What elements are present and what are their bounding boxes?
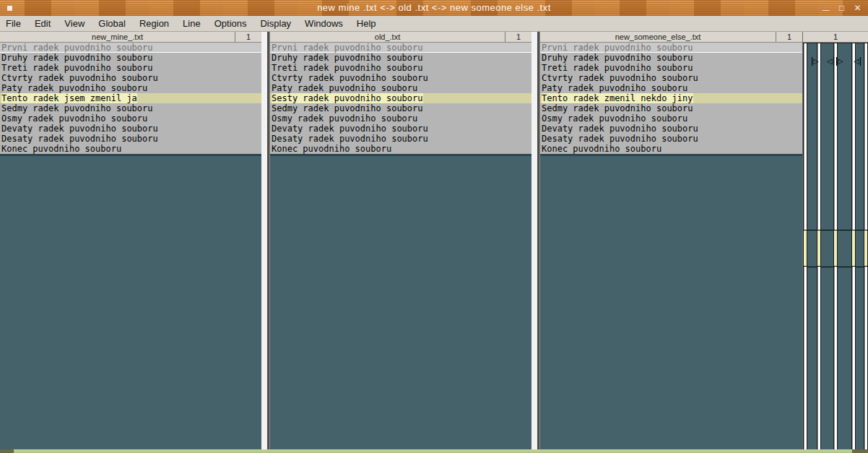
text-line[interactable]: Treti radek puvodniho souboru: [270, 63, 531, 73]
diff-number-badge: 1: [235, 32, 261, 42]
overview-file-column[interactable]: [833, 43, 838, 449]
menu-item-region[interactable]: Region: [139, 18, 169, 29]
close-button[interactable]: ✕: [853, 4, 862, 12]
menu-item-windows[interactable]: Windows: [305, 18, 343, 29]
pane-header: old_.txt 1: [270, 32, 531, 43]
menu-item-line[interactable]: Line: [183, 18, 201, 29]
text-line[interactable]: Devaty radek puvodniho souboru: [270, 124, 531, 134]
text-line[interactable]: Desaty radek puvodniho souboru: [540, 134, 802, 144]
line-text: Desaty radek puvodniho souboru: [1, 134, 158, 144]
text-line[interactable]: Sedmy radek puvodniho souboru: [0, 103, 261, 113]
overview-file-column[interactable]: [803, 43, 807, 449]
cursor-marker-left-icon: ◁: [827, 57, 834, 66]
beyond-eof-area: [270, 154, 531, 449]
text-area[interactable]: Prvni radek puvodniho souboruDruhy radek…: [540, 43, 802, 449]
text-line[interactable]: Paty radek puvodniho souboru: [540, 83, 802, 93]
minimize-button[interactable]: —: [821, 6, 830, 14]
menubar: File Edit View Global Region Line Option…: [0, 16, 868, 32]
text-area[interactable]: Prvni radek puvodniho souboruDruhy radek…: [0, 43, 261, 449]
line-text: Druhy radek puvodniho souboru: [272, 53, 423, 63]
text-line[interactable]: Ctvrty radek puvodniho souboru: [0, 73, 261, 83]
text-line[interactable]: Osmy radek puvodniho souboru: [0, 113, 261, 124]
text-line[interactable]: Desaty radek puvodniho souboru: [270, 134, 531, 144]
horizontal-scrollbar[interactable]: [0, 449, 868, 453]
text-line[interactable]: Konec puvodniho souboru: [0, 144, 261, 154]
text-line[interactable]: Treti radek puvodniho souboru: [0, 63, 261, 73]
overview-file-column[interactable]: [864, 43, 868, 449]
text-line[interactable]: Sesty radek puvodniho souboru: [270, 93, 531, 103]
menu-item-view[interactable]: View: [64, 18, 84, 29]
text-line[interactable]: Prvni radek puvodniho souboru: [270, 43, 531, 53]
overview-diff-segment[interactable]: [817, 230, 820, 267]
filename-label: new_mine_.txt: [0, 32, 235, 42]
line-text: Treti radek puvodniho souboru: [272, 63, 423, 73]
text-line[interactable]: Tento radek jsem zmenil ja: [0, 93, 261, 103]
text-line[interactable]: Paty radek puvodniho souboru: [0, 83, 261, 93]
line-text: Devaty radek puvodniho souboru: [1, 124, 158, 134]
pane-header: new_someone_else_.txt 1: [540, 32, 802, 43]
line-text: Paty radek puvodniho souboru: [1, 83, 147, 93]
menu-item-file[interactable]: File: [6, 18, 21, 29]
beyond-eof-area: [0, 154, 261, 449]
overview-file-column[interactable]: [851, 43, 856, 449]
text-line[interactable]: Konec puvodniho souboru: [270, 144, 531, 154]
overview-area[interactable]: ▷ ◁ ▷ ◁: [803, 43, 868, 449]
overview-diff-segment[interactable]: [834, 230, 837, 267]
menu-item-options[interactable]: Options: [214, 18, 247, 29]
line-text: Osmy radek puvodniho souboru: [1, 113, 147, 124]
maximize-button[interactable]: □: [837, 4, 846, 12]
line-text: Treti radek puvodniho souboru: [1, 63, 153, 73]
line-text: Konec puvodniho souboru: [1, 144, 121, 154]
line-text: Desaty radek puvodniho souboru: [542, 134, 698, 144]
text-line[interactable]: Devaty radek puvodniho souboru: [0, 124, 261, 134]
text-line[interactable]: Sedmy radek puvodniho souboru: [540, 103, 802, 113]
line-text: Konec puvodniho souboru: [542, 144, 661, 154]
line-text: Druhy radek puvodniho souboru: [542, 53, 693, 63]
line-text: Treti radek puvodniho souboru: [542, 63, 693, 73]
text-line[interactable]: Prvni radek puvodniho souboru: [0, 43, 261, 53]
overview-diff-number: 1: [803, 32, 868, 43]
line-text: Tento radek jsem zmenil ja: [1, 93, 137, 103]
text-line[interactable]: Desaty radek puvodniho souboru: [0, 134, 261, 144]
cursor-marker-right-icon: ▷: [836, 57, 843, 66]
text-line[interactable]: Druhy radek puvodniho souboru: [0, 53, 261, 63]
menu-item-edit[interactable]: Edit: [35, 18, 51, 29]
filename-label: new_someone_else_.txt: [540, 32, 776, 42]
overview-diff-segment[interactable]: [852, 230, 855, 267]
diff-number-badge: 1: [776, 32, 802, 42]
text-line[interactable]: Konec puvodniho souboru: [540, 144, 802, 154]
xxdiff-window: new mine .txt <-> old .txt <-> new someo…: [0, 0, 868, 453]
text-line[interactable]: Osmy radek puvodniho souboru: [270, 113, 531, 124]
text-line[interactable]: Ctvrty radek puvodniho souboru: [270, 73, 531, 83]
line-text: Ctvrty radek puvodniho souboru: [1, 73, 158, 83]
line-text: Prvni radek puvodniho souboru: [272, 43, 423, 53]
text-line[interactable]: Devaty radek puvodniho souboru: [540, 124, 802, 134]
text-line[interactable]: Tento radek zmenil nekdo jiny: [540, 93, 802, 103]
text-line[interactable]: Osmy radek puvodniho souboru: [540, 113, 802, 124]
line-text: Ctvrty radek puvodniho souboru: [272, 73, 428, 83]
pane-separator[interactable]: [261, 32, 270, 449]
text-line[interactable]: Druhy radek puvodniho souboru: [270, 53, 531, 63]
menu-item-display[interactable]: Display: [260, 18, 291, 29]
menu-item-help[interactable]: Help: [357, 18, 376, 29]
text-line[interactable]: Ctvrty radek puvodniho souboru: [540, 73, 802, 83]
overview-diff-segment[interactable]: [804, 230, 807, 267]
text-line[interactable]: Prvni radek puvodniho souboru: [540, 43, 802, 53]
overview-panel: 1 ▷ ◁ ▷ ◁: [802, 32, 868, 449]
text-line[interactable]: Paty radek puvodniho souboru: [270, 83, 531, 93]
text-line[interactable]: Treti radek puvodniho souboru: [540, 63, 802, 73]
diff-number-badge: 1: [505, 32, 531, 42]
text-line[interactable]: Druhy radek puvodniho souboru: [540, 53, 802, 63]
window-titlebar[interactable]: new mine .txt <-> old .txt <-> new someo…: [0, 0, 868, 16]
line-text: Paty radek puvodniho souboru: [542, 83, 687, 93]
menu-item-global[interactable]: Global: [98, 18, 126, 29]
line-text: Sedmy radek puvodniho souboru: [272, 103, 423, 113]
overview-file-column[interactable]: [817, 43, 821, 449]
pane-separator[interactable]: [531, 32, 540, 449]
text-line[interactable]: Sedmy radek puvodniho souboru: [270, 103, 531, 113]
overview-diff-segment[interactable]: [864, 230, 867, 267]
horizontal-scrollbar-thumb[interactable]: [14, 449, 852, 453]
pane-header: new_mine_.txt 1: [0, 32, 261, 43]
line-text: Tento radek zmenil nekdo jiny: [542, 93, 693, 103]
text-area[interactable]: Prvni radek puvodniho souboruDruhy radek…: [270, 43, 531, 449]
